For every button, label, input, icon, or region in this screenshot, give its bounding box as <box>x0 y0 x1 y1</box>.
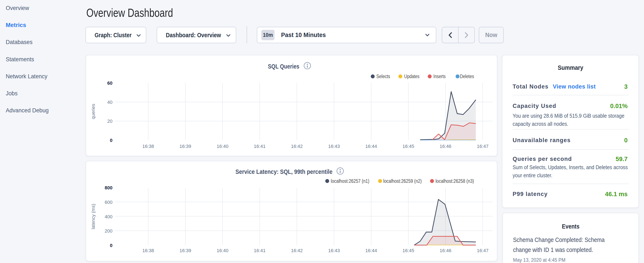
svg-text:Inserts: Inserts <box>434 74 446 79</box>
svg-text:16:46: 16:46 <box>440 248 451 253</box>
svg-text:latency (ms): latency (ms) <box>90 204 96 229</box>
svg-text:16:39: 16:39 <box>180 248 191 253</box>
svg-text:16:42: 16:42 <box>291 144 303 149</box>
svg-text:16:41: 16:41 <box>254 248 266 253</box>
svg-text:400: 400 <box>104 214 112 219</box>
svg-text:queries: queries <box>90 104 96 119</box>
svg-text:16:41: 16:41 <box>254 144 266 149</box>
svg-text:40: 40 <box>107 100 112 105</box>
svg-text:SQL Queries: SQL Queries <box>268 63 299 70</box>
svg-text:16:45: 16:45 <box>402 144 414 149</box>
svg-text:Updates: Updates <box>404 74 420 79</box>
svg-text:16:43: 16:43 <box>328 144 340 149</box>
svg-text:16:39: 16:39 <box>180 144 191 149</box>
svg-text:200: 200 <box>104 228 112 234</box>
svg-text:20: 20 <box>107 119 112 124</box>
svg-text:0: 0 <box>110 138 112 143</box>
svg-text:localhost:26259 (n2): localhost:26259 (n2) <box>383 178 422 184</box>
svg-text:16:46: 16:46 <box>440 144 451 149</box>
svg-text:16:44: 16:44 <box>365 248 377 253</box>
svg-text:0: 0 <box>110 243 112 248</box>
svg-text:600: 600 <box>104 200 112 205</box>
svg-text:16:45: 16:45 <box>402 248 414 253</box>
svg-text:16:43: 16:43 <box>328 248 340 253</box>
svg-text:60: 60 <box>107 80 112 86</box>
svg-text:localhost:26258 (n3): localhost:26258 (n3) <box>436 178 474 184</box>
svg-text:16:38: 16:38 <box>142 144 154 149</box>
svg-text:800: 800 <box>104 185 112 190</box>
svg-text:Service Latency: SQL, 99th per: Service Latency: SQL, 99th percentile <box>236 168 332 175</box>
svg-text:16:42: 16:42 <box>291 248 303 253</box>
svg-text:16:38: 16:38 <box>142 248 154 253</box>
svg-text:localhost:26257 (n1): localhost:26257 (n1) <box>331 178 369 184</box>
svg-text:16:40: 16:40 <box>217 144 228 149</box>
svg-text:16:47: 16:47 <box>477 248 488 253</box>
svg-text:16:40: 16:40 <box>217 248 228 253</box>
svg-text:16:47: 16:47 <box>477 144 488 149</box>
svg-text:16:44: 16:44 <box>365 144 377 149</box>
svg-text:Deletes: Deletes <box>460 74 474 79</box>
svg-text:Selects: Selects <box>376 74 390 79</box>
